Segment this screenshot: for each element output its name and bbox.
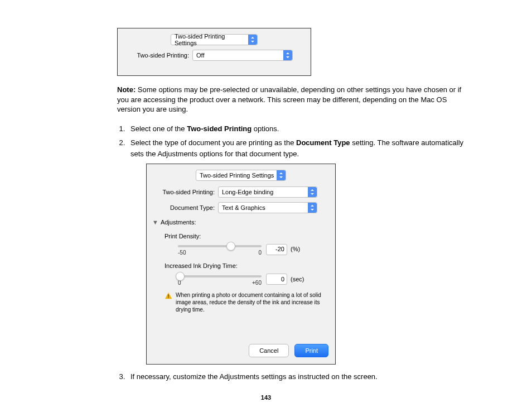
dry-max: +60 [252, 279, 262, 287]
two-sided-label-2: Two-sided Printing: [152, 188, 215, 197]
steps-list: Select one of the Two-sided Printing opt… [117, 123, 471, 382]
two-sided-value: Off [196, 52, 204, 59]
two-sided-value-2: Long-Edge binding [222, 188, 273, 197]
page-number: 143 [0, 394, 532, 401]
panel-menu-value: Two-sided Printing Settings [175, 33, 248, 46]
doc-type-value: Text & Graphics [222, 203, 265, 213]
two-sided-label: Two-sided Printing: [124, 52, 189, 59]
dry-time-label: Increased Ink Drying Time: [165, 261, 330, 271]
print-density-label: Print Density: [165, 232, 330, 241]
step-3: If necessary, customize the Adjustments … [127, 371, 471, 382]
disclosure-triangle-icon[interactable]: ▼ [152, 218, 158, 227]
panel-menu-select[interactable]: Two-sided Printing Settings [171, 34, 258, 45]
two-sided-select[interactable]: Off [192, 50, 293, 61]
adjustments-label: Adjustments: [161, 218, 196, 227]
two-sided-select-2[interactable]: Long-Edge binding [218, 186, 317, 198]
print-button[interactable]: Print [294, 344, 328, 357]
settings-panel-expanded: Two-sided Printing Settings Two-sided Pr… [146, 164, 336, 365]
updown-icon [283, 50, 292, 60]
updown-icon [308, 187, 317, 197]
warning-text: When printing a photo or document contai… [176, 291, 330, 313]
dry-time-slider[interactable] [178, 275, 262, 277]
dry-unit: (sec) [291, 275, 304, 284]
svg-rect-0 [168, 294, 168, 296]
note-text: Some options may be pre-selected or unav… [117, 85, 461, 113]
dens-max: 0 [258, 248, 262, 257]
dens-unit: (%) [291, 245, 300, 254]
updown-icon [248, 35, 257, 45]
svg-rect-1 [168, 297, 168, 298]
note-paragraph: Note: Some options may be pre-selected o… [117, 85, 471, 114]
dens-min: -50 [178, 248, 186, 257]
print-density-value[interactable]: -20 [266, 244, 287, 255]
doc-type-label: Document Type: [152, 203, 215, 213]
panel2-menu-value: Two-sided Printing Settings [200, 171, 274, 180]
updown-icon [277, 170, 286, 180]
step-1: Select one of the Two-sided Printing opt… [127, 123, 471, 135]
dry-time-value[interactable]: 0 [266, 274, 287, 285]
warning-icon [165, 292, 172, 300]
settings-panel-collapsed: Two-sided Printing Settings Two-sided Pr… [117, 28, 311, 76]
doc-type-select[interactable]: Text & Graphics [218, 202, 317, 213]
step-2: Select the type of document you are prin… [127, 137, 471, 365]
print-density-slider[interactable] [178, 245, 262, 247]
panel2-menu-select[interactable]: Two-sided Printing Settings [196, 170, 286, 181]
cancel-button[interactable]: Cancel [249, 344, 289, 357]
updown-icon [308, 203, 317, 213]
note-prefix: Note: [117, 85, 136, 94]
